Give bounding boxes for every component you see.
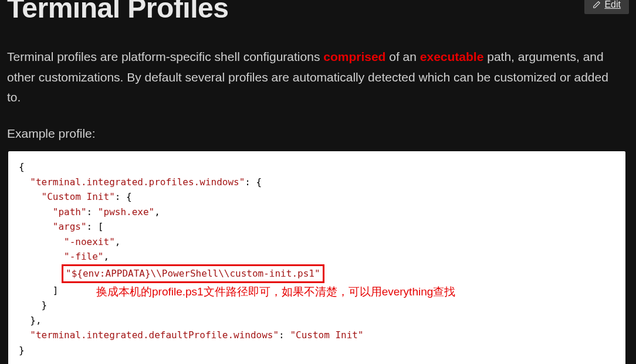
edit-button[interactable]: Edit: [584, 0, 629, 14]
page-title: Terminal Profiles: [6, 0, 228, 22]
intro-paragraph: Terminal profiles are platform-specific …: [6, 47, 630, 108]
code-val-path: "pwsh.exe": [98, 206, 154, 217]
annotation-text: 换成本机的profile.ps1文件路径即可，如果不清楚，可以用everythi…: [96, 283, 455, 301]
code-arg3: "${env:APPDATA}\\PowerShell\\custom-init…: [66, 268, 320, 279]
code-key-args: "args": [53, 221, 87, 232]
desc-part1: Terminal profiles are platform-specific …: [7, 50, 323, 63]
pencil-icon: [593, 1, 601, 9]
code-arg1: "-noexit": [64, 236, 115, 247]
code-block: { "terminal.integrated.profiles.windows"…: [8, 151, 625, 364]
desc-part2: of an: [385, 50, 420, 63]
code-key-default: "terminal.integrated.defaultProfile.wind…: [30, 329, 279, 341]
code-key-profiles: "terminal.integrated.profiles.windows": [30, 176, 245, 188]
code-key-path: "path": [53, 206, 87, 217]
highlight-comprised: comprised: [323, 50, 385, 63]
code-key-custom: "Custom Init": [42, 191, 115, 202]
code-val-default: "Custom Init": [290, 329, 363, 341]
example-label: Example profile:: [6, 127, 630, 141]
code-arg2: "-file": [64, 251, 103, 262]
highlighted-path-box: "${env:APPDATA}\\PowerShell\\custom-init…: [62, 264, 324, 283]
highlight-executable: executable: [420, 50, 484, 63]
edit-button-label: Edit: [604, 0, 621, 9]
